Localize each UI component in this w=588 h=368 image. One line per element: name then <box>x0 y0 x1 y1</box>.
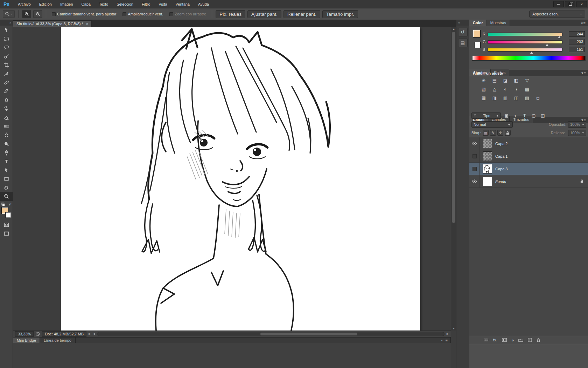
history-brush-tool[interactable] <box>0 104 13 113</box>
menu-archivo[interactable]: Archivo <box>14 0 35 8</box>
menu-filtro[interactable]: Filtro <box>138 0 154 8</box>
color-spectrum-ramp[interactable] <box>472 56 586 61</box>
layer-name[interactable]: Capa 3 <box>495 167 507 171</box>
fill-screen-button[interactable]: Rellenar pant. <box>284 10 320 18</box>
visibility-toggle[interactable] <box>469 137 480 150</box>
zoom-in-button[interactable] <box>22 10 31 18</box>
scroll-up-icon[interactable]: ▲ <box>453 28 455 30</box>
status-flyout-icon[interactable]: ▶ <box>89 332 91 335</box>
gradient-map-icon[interactable]: ◘ <box>534 94 542 101</box>
blend-mode-select[interactable]: Normal <box>471 121 513 128</box>
new-layer-icon[interactable] <box>528 338 532 342</box>
red-slider[interactable] <box>488 33 562 36</box>
menu-imagen[interactable]: Imagen <box>56 0 77 8</box>
lasso-tool[interactable] <box>0 43 13 52</box>
channel-mixer-icon[interactable]: ▩ <box>523 86 531 93</box>
green-value-field[interactable]: 203 <box>569 39 585 45</box>
default-colors-icon[interactable] <box>1 203 5 206</box>
eyedropper-tool[interactable] <box>0 69 13 78</box>
new-group-icon[interactable] <box>518 338 523 342</box>
add-layer-mask-icon[interactable] <box>502 338 507 342</box>
layer-name[interactable]: Capa 2 <box>495 142 507 146</box>
quick-selection-tool[interactable] <box>0 52 13 61</box>
canvas-horizontal-scrollbar[interactable] <box>97 332 444 336</box>
filter-adjustment-layers-icon[interactable]: ◐ <box>512 113 519 119</box>
layer-row-fondo[interactable]: Fondo <box>469 175 588 188</box>
layer-row-capa1[interactable]: Capa 1 <box>469 150 588 163</box>
panel-menu-icon[interactable]: ≡ <box>446 338 448 342</box>
blur-tool[interactable] <box>0 131 13 139</box>
panels-expand-chevron[interactable]: « <box>456 20 469 26</box>
posterize-icon[interactable]: ▥ <box>502 94 509 101</box>
tab-timeline[interactable]: Línea de tiempo <box>40 337 75 343</box>
hue-saturation-icon[interactable]: ▧ <box>480 86 488 93</box>
filter-pixel-layers-icon[interactable]: ▣ <box>503 113 510 119</box>
quick-mask-button[interactable] <box>0 220 13 229</box>
invert-icon[interactable]: ◨ <box>491 94 498 101</box>
background-color-swatch[interactable] <box>5 212 11 218</box>
canvas-pasteboard[interactable] <box>13 27 451 330</box>
new-adjustment-layer-icon[interactable]: ◑ <box>511 338 514 343</box>
document-tab[interactable]: Sin título-1 al 33,3% (Capa 3, RGB/8) * … <box>13 20 92 27</box>
move-tool[interactable] <box>0 26 13 34</box>
horizontal-scroll-thumb[interactable] <box>260 333 357 335</box>
panel-menu-icon[interactable]: ▾≡ <box>581 71 586 75</box>
type-tool[interactable]: T <box>0 157 13 166</box>
green-slider[interactable] <box>488 40 562 44</box>
delete-layer-icon[interactable] <box>537 338 540 342</box>
document-canvas[interactable] <box>61 27 420 330</box>
properties-panel-button[interactable]: ▤ <box>458 39 468 47</box>
menu-seleccion[interactable]: Selección <box>112 0 138 8</box>
brush-tool[interactable] <box>0 87 13 96</box>
menu-ayuda[interactable]: Ayuda <box>194 0 213 8</box>
scroll-left-icon[interactable]: ◀ <box>93 332 95 335</box>
opacity-select[interactable]: 100% <box>568 121 586 128</box>
layer-filter-type-select[interactable]: Tipo <box>471 113 501 119</box>
black-white-icon[interactable]: ◐ <box>502 86 509 93</box>
fill-select[interactable]: 100% <box>568 130 586 136</box>
layer-row-capa3[interactable]: Capa 3 <box>469 163 588 175</box>
workspace-switcher[interactable]: Aspectos esen. <box>529 11 585 18</box>
checkbox-zoom-all-windows[interactable]: Ampliar/reducir vent. <box>122 12 163 16</box>
layer-row-capa2[interactable]: Capa 2 <box>469 137 588 150</box>
layer-thumbnail[interactable] <box>483 151 492 161</box>
levels-icon[interactable]: ▤ <box>491 77 498 84</box>
visibility-toggle[interactable] <box>469 150 480 163</box>
layer-effects-icon[interactable]: fx. <box>493 338 497 342</box>
filter-shape-layers-icon[interactable]: ▢ <box>530 113 537 119</box>
rectangle-tool[interactable] <box>0 175 13 183</box>
tab-muestras[interactable]: Muestras <box>487 20 510 26</box>
fit-screen-button[interactable]: Ajustar pant. <box>247 10 281 18</box>
red-value-field[interactable]: 244 <box>569 31 585 37</box>
scroll-right-icon[interactable]: ▶ <box>447 332 449 335</box>
vibrance-icon[interactable]: ▽ <box>523 77 531 84</box>
lock-transparency-icon[interactable]: ▦ <box>483 130 489 136</box>
path-selection-tool[interactable] <box>0 166 13 175</box>
tab-color[interactable]: Color <box>469 20 487 26</box>
document-close-icon[interactable]: × <box>86 22 88 26</box>
blue-slider[interactable] <box>488 48 562 52</box>
close-button[interactable]: × <box>576 1 587 7</box>
layer-thumbnail[interactable] <box>483 139 492 148</box>
menu-capa[interactable]: Capa <box>77 0 95 8</box>
spot-healing-brush-tool[interactable] <box>0 78 13 87</box>
swap-colors-icon[interactable]: ⇄ <box>9 203 12 206</box>
vertical-scroll-thumb[interactable] <box>452 32 455 223</box>
tab-mini-bridge[interactable]: Mini Bridge <box>13 337 40 343</box>
photo-filter-icon[interactable]: ◑ <box>512 86 520 93</box>
lock-pixels-icon[interactable]: ✎ <box>490 130 496 136</box>
zoom-level-field[interactable]: 33,33% <box>15 331 34 337</box>
threshold-icon[interactable]: ◫ <box>512 94 520 101</box>
dodge-tool[interactable] <box>0 139 13 148</box>
scroll-down-icon[interactable]: ▼ <box>453 327 455 330</box>
minimize-button[interactable] <box>553 1 564 7</box>
checkbox-resize-window[interactable]: Cambiar tamaño vent. para ajustar <box>52 12 116 16</box>
eraser-tool[interactable] <box>0 113 13 122</box>
layer-thumbnail[interactable] <box>483 164 492 173</box>
menu-edicion[interactable]: Edición <box>35 0 56 8</box>
visibility-toggle[interactable] <box>469 163 480 175</box>
layer-name[interactable]: Capa 1 <box>495 154 507 158</box>
pen-tool[interactable] <box>0 148 13 157</box>
lock-all-icon[interactable] <box>505 130 511 136</box>
layer-name[interactable]: Fondo <box>495 179 506 184</box>
